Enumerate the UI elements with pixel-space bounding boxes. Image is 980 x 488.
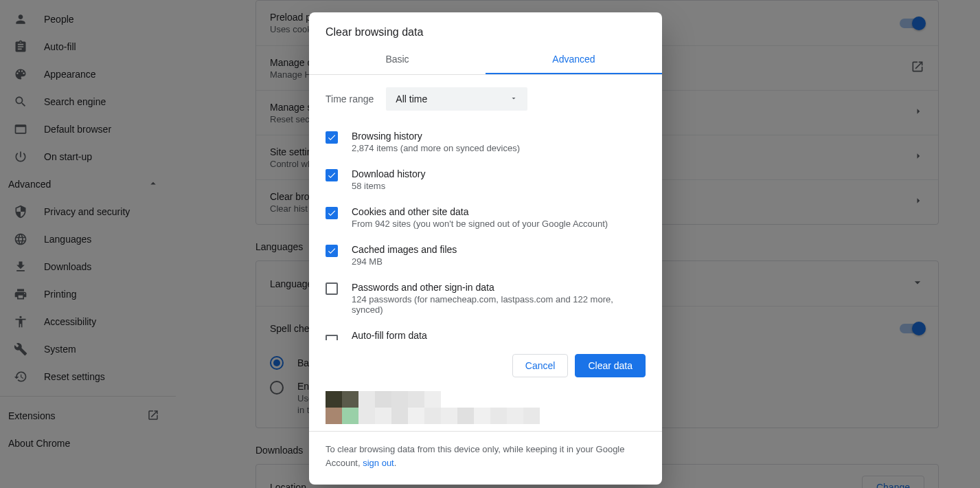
dialog-actions: Cancel Clear data (309, 340, 662, 391)
option-title: Cookies and other site data (352, 206, 608, 217)
clear-data-button[interactable]: Clear data (575, 354, 646, 377)
dialog-footer: To clear browsing data from this device … (309, 431, 662, 485)
checkbox-icon[interactable] (326, 282, 338, 295)
time-range-row: Time range All time (326, 87, 646, 111)
tab-advanced[interactable]: Advanced (486, 45, 662, 74)
option-title: Auto-fill form data (352, 330, 427, 341)
option-title: Cached images and files (352, 244, 457, 255)
sign-out-link[interactable]: sign out (363, 458, 394, 468)
time-range-value: All time (396, 93, 427, 104)
checkbox-icon[interactable] (326, 207, 338, 219)
tab-basic[interactable]: Basic (309, 45, 486, 74)
time-range-select[interactable]: All time (386, 87, 527, 111)
checkbox-icon[interactable] (326, 131, 338, 144)
option-title: Passwords and other sign-in data (352, 282, 646, 293)
option-cache[interactable]: Cached images and files294 MB (326, 236, 646, 274)
option-sub: 58 items (352, 181, 425, 191)
cancel-button[interactable]: Cancel (512, 354, 569, 377)
option-autofill[interactable]: Auto-fill form data (326, 322, 646, 340)
checkbox-icon[interactable] (326, 335, 338, 340)
dialog-title: Clear browsing data (309, 12, 662, 45)
checkbox-icon[interactable] (326, 245, 338, 257)
checkbox-icon[interactable] (326, 169, 338, 181)
option-download-history[interactable]: Download history58 items (326, 161, 646, 199)
option-sub: 294 MB (352, 256, 457, 267)
option-cookies[interactable]: Cookies and other site dataFrom 942 site… (326, 199, 646, 236)
clear-browsing-data-dialog: Clear browsing data Basic Advanced Time … (309, 12, 662, 485)
option-title: Download history (352, 168, 425, 179)
dialog-tabs: Basic Advanced (309, 45, 662, 75)
option-sub: From 942 sites (you won't be signed out … (352, 219, 608, 229)
dropdown-icon (510, 93, 518, 104)
option-sub: 124 passwords (for namecheap.com, lastpa… (352, 294, 646, 315)
dialog-body: Time range All time Browsing history2,87… (309, 75, 662, 340)
time-range-label: Time range (326, 93, 374, 104)
option-browsing-history[interactable]: Browsing history2,874 items (and more on… (326, 123, 646, 161)
option-sub: 2,874 items (and more on synced devices) (352, 143, 520, 153)
pixelated-region (309, 391, 662, 431)
option-passwords[interactable]: Passwords and other sign-in data124 pass… (326, 274, 646, 322)
option-title: Browsing history (352, 131, 520, 142)
